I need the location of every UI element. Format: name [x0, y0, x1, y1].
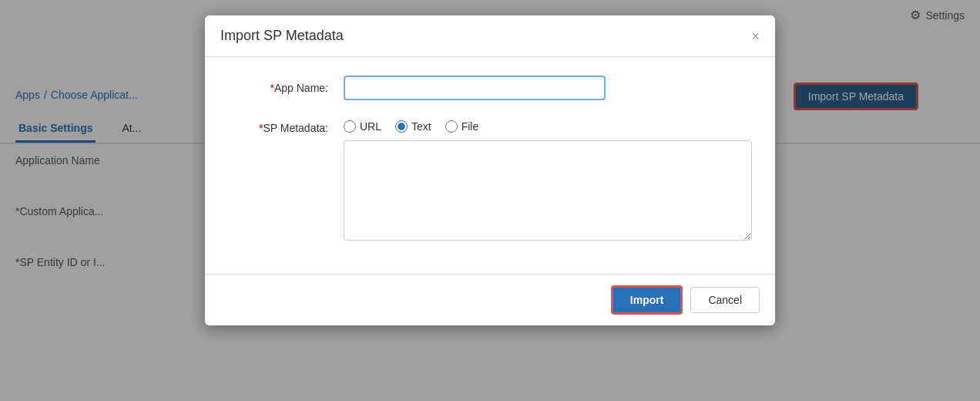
radio-file[interactable]: File — [445, 120, 479, 133]
modal-body: *App Name: *SP Metadata: URL Text — [205, 57, 775, 274]
sp-metadata-control: URL Text File — [344, 116, 752, 243]
required-star: * — [270, 82, 274, 94]
app-name-input[interactable] — [344, 76, 606, 100]
app-name-label: *App Name: — [228, 76, 328, 94]
radio-group: URL Text File — [344, 116, 752, 133]
radio-url-input[interactable] — [344, 120, 356, 133]
modal-footer: Import Cancel — [205, 274, 775, 325]
import-sp-metadata-modal: Import SP Metadata × *App Name: *SP Meta… — [205, 15, 775, 325]
modal-title: Import SP Metadata — [220, 28, 344, 44]
required-star-2: * — [259, 122, 263, 134]
import-button[interactable]: Import — [611, 285, 683, 315]
radio-text-label: Text — [411, 120, 431, 133]
cancel-button[interactable]: Cancel — [690, 287, 760, 313]
radio-file-label: File — [461, 120, 479, 133]
sp-metadata-row: *SP Metadata: URL Text File — [228, 116, 752, 243]
radio-url-label: URL — [360, 120, 381, 133]
modal-header: Import SP Metadata × — [205, 15, 775, 57]
textarea-wrap — [344, 140, 752, 243]
radio-file-input[interactable] — [445, 120, 458, 133]
radio-text-input[interactable] — [395, 120, 408, 133]
sp-metadata-textarea[interactable] — [344, 140, 752, 241]
radio-text[interactable]: Text — [395, 120, 431, 133]
radio-url[interactable]: URL — [344, 120, 381, 133]
modal-close-button[interactable]: × — [751, 29, 760, 43]
app-name-row: *App Name: — [228, 76, 752, 100]
app-name-control — [344, 76, 752, 100]
sp-metadata-label: *SP Metadata: — [228, 116, 328, 134]
